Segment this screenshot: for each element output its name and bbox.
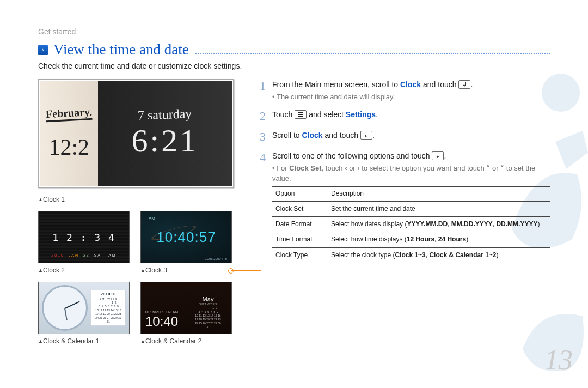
table-row: Clock Set Set the current time and date <box>272 201 550 216</box>
title-row: › View the time and date <box>38 41 550 58</box>
breadcrumb: Get started <box>38 27 550 36</box>
link-clock: Clock <box>400 80 421 89</box>
enter-icon: ↲ <box>360 131 372 140</box>
menu-icon: ☰ <box>295 110 307 119</box>
step1-sub: The current time and date will display. <box>272 92 550 102</box>
page-number: 13 <box>544 344 573 376</box>
callout-line <box>231 270 261 271</box>
caption-clock3: Clock 3 <box>140 266 232 274</box>
link-settings: Settings <box>346 110 376 119</box>
thumb-clock2: 1 2 : 3 4 2010 JAN 23 SAT AM <box>38 211 130 263</box>
intro-text: Check the current time and date or custo… <box>38 62 550 70</box>
clock2-subtext: 2010 JAN 23 SAT AM <box>51 253 116 257</box>
instruction-steps: 1 From the Main menu screen, scroll to C… <box>256 79 550 263</box>
dot-leader <box>195 53 550 54</box>
analog-clock-icon <box>42 285 88 331</box>
clock2-time: 1 2 : 3 4 <box>52 232 115 243</box>
enter-icon: ↲ <box>458 80 470 89</box>
page-title: View the time and date <box>53 41 189 58</box>
step-number: 1 <box>256 79 266 93</box>
caption-cal1: Clock & Calendar 1 <box>38 337 130 345</box>
clock3-am: AM <box>149 216 155 221</box>
thumb-clock3: AM 10:40:57 01/05/2009 FRI <box>140 211 232 263</box>
thumb-cal2: 01/05/2009 FRI AM 10:40 May S M T W T F … <box>140 282 232 334</box>
table-row: Time Format Select how time displays (12… <box>272 232 550 247</box>
step-number: 2 <box>256 109 266 123</box>
step-number: 4 <box>256 150 266 165</box>
hero-image: February. 12:2 7 saturday 6:21 <box>38 79 234 188</box>
mini-calendar-1: 2010.01 S M T W T F S 1 2 3 4 5 6 7 8 9 … <box>91 290 126 326</box>
th-option: Option <box>272 187 328 201</box>
link-clock: Clock <box>302 131 322 140</box>
clock3-date: 01/05/2009 FRI <box>205 257 227 260</box>
hero-time-dark: 12:2 <box>48 134 89 160</box>
cal2-sub: 01/05/2009 FRI AM <box>145 310 181 314</box>
hero-day: 7 saturday <box>138 106 192 123</box>
step4-sub: For Clock Set, touch ‹ or › to select th… <box>272 163 550 184</box>
caption-cal2: Clock & Calendar 2 <box>140 337 232 345</box>
hero-time-white: 6:21 <box>131 122 198 160</box>
title-chevron-icon: › <box>38 45 48 55</box>
step-number: 3 <box>256 130 266 144</box>
thumb-cal1: 2010.01 S M T W T F S 1 2 3 4 5 6 7 8 9 … <box>38 282 130 334</box>
caption-clock2: Clock 2 <box>38 266 130 274</box>
table-row: Clock Type Select the clock type (Clock … <box>272 247 550 263</box>
th-description: Description <box>328 187 550 201</box>
caption-clock1: Clock 1 <box>38 196 234 203</box>
cal2-time: 10:40 <box>145 314 181 329</box>
options-table: Option Description Clock Set Set the cur… <box>272 186 550 263</box>
table-row: Date Format Select how dates display (YY… <box>272 216 550 232</box>
enter-icon: ↲ <box>432 151 444 160</box>
hero-month: February. <box>46 106 93 122</box>
mini-calendar-2: May S M T W T F S 1 2 3 4 5 6 7 8 9 10 1… <box>189 298 227 329</box>
